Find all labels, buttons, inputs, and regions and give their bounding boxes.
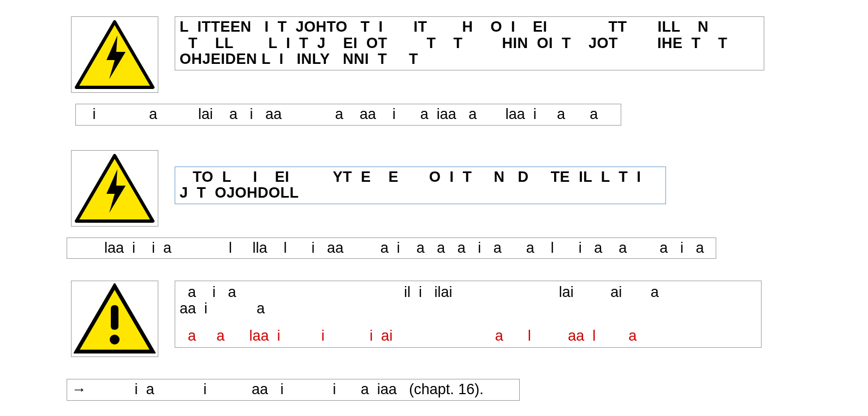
electrical-hazard-icon [71, 150, 158, 227]
caution-text-red: a a laa i i i ai a l aa l a [180, 328, 757, 344]
electrical-hazard-icon [71, 16, 158, 93]
caution-text-black: a i a il i ilai lai ai a aa i a [180, 284, 757, 317]
note-text-2: laa i i a l lla l i aa a i a a a i a a l… [67, 237, 716, 259]
warning-row-2: TO L I EI YT E E O I T N D TE IL L T I J… [71, 150, 797, 227]
svg-point-4 [110, 335, 120, 344]
warning-text-2: TO L I EI YT E E O I T N D TE IL L T I J… [175, 167, 666, 204]
reference-text-content: i a i aa i i a iaa (chapt. 16). [90, 382, 484, 398]
right-arrow-icon: → [72, 382, 86, 398]
note-text-1: i a lai a i aa a aa i a iaa a laa i a a [75, 104, 621, 126]
caution-text: a i a il i ilai lai ai a aa i a a a laa … [175, 281, 762, 348]
reference-text: → i a i aa i i a iaa (chapt. 16). [67, 379, 520, 401]
caution-row: a i a il i ilai lai ai a aa i a a a laa … [71, 281, 797, 357]
warning-row-1: L ITTEEN I T JOHTO T I IT H O I EI TT IL… [71, 16, 797, 93]
caution-icon [71, 281, 158, 357]
svg-rect-3 [111, 305, 118, 330]
warning-text-1: L ITTEEN I T JOHTO T I IT H O I EI TT IL… [175, 16, 764, 70]
